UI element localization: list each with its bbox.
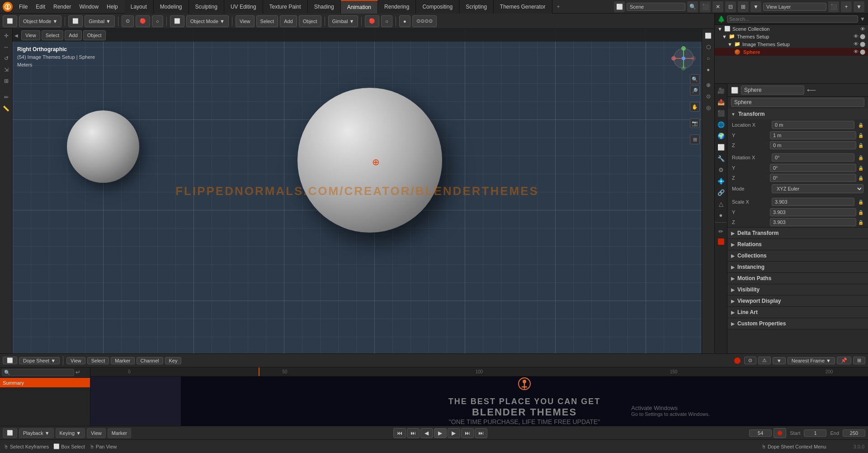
- tab-sculpting[interactable]: Sculpting: [189, 0, 224, 14]
- editor-type-button2[interactable]: ⬜: [170, 15, 184, 27]
- rotation-y-field[interactable]: [770, 164, 856, 172]
- dope-search-btn[interactable]: ↵: [75, 369, 80, 376]
- outliner-search[interactable]: [727, 15, 858, 23]
- view-layer-expand[interactable]: ⬛: [828, 1, 839, 12]
- scale-x-field[interactable]: [772, 198, 854, 206]
- active-tool-icon[interactable]: ✏: [716, 226, 726, 236]
- playback-mode-btn[interactable]: Playback ▼: [19, 428, 54, 438]
- gimbal-button2[interactable]: Gimbal ▼: [328, 15, 359, 27]
- tab-shading[interactable]: Shading: [308, 0, 341, 14]
- scale-z-lock[interactable]: 🔒: [858, 220, 863, 225]
- outliner-sphere[interactable]: Sphere 👁 ⬤: [715, 48, 868, 56]
- start-frame-input[interactable]: [804, 429, 826, 437]
- view-layer-props-icon[interactable]: ⬛: [716, 108, 726, 118]
- rotate-tool[interactable]: ↺: [1, 53, 11, 63]
- scale-x-lock[interactable]: 🔒: [858, 200, 863, 205]
- location-y-lock[interactable]: 🔒: [858, 133, 863, 138]
- tab-scripting[interactable]: Scripting: [459, 0, 494, 14]
- modifier-props-icon[interactable]: 🔧: [716, 153, 726, 163]
- jump-next-key-btn[interactable]: ⏭: [461, 428, 474, 438]
- dope-pin-btn[interactable]: 📌: [837, 357, 851, 364]
- 3d-viewport[interactable]: ◀ View Select Add Object Right Orthograp…: [13, 29, 702, 353]
- playhead[interactable]: [259, 367, 259, 376]
- dope-expand-btn[interactable]: ⊞: [853, 357, 865, 364]
- object-data-props-icon[interactable]: △: [716, 199, 726, 209]
- viewport-display-header[interactable]: ▶ Viewport Display: [727, 296, 868, 306]
- rotation-mode-select[interactable]: XYZ Euler: [772, 184, 863, 193]
- search-icon[interactable]: 🔍: [687, 1, 698, 12]
- rotation-z-field[interactable]: [770, 174, 856, 182]
- mesh-name-input[interactable]: [731, 98, 864, 107]
- world-props-icon[interactable]: 🌍: [716, 131, 726, 141]
- select-menu-btn[interactable]: Select: [42, 30, 64, 40]
- scale-z-field[interactable]: [770, 218, 856, 226]
- scene-props-icon[interactable]: 🌐: [716, 119, 726, 129]
- dope-timeline[interactable]: 0 50 100 150 200 THE BEST PLACE YOU CAN …: [90, 367, 868, 426]
- tab-compositing[interactable]: Compositing: [416, 0, 459, 14]
- constraints-props-icon[interactable]: 🔗: [716, 187, 726, 197]
- dope-search-input[interactable]: [2, 369, 74, 376]
- delta-transform-header[interactable]: ▶ Delta Transform: [727, 228, 868, 238]
- transform-tool[interactable]: ⊞: [1, 76, 11, 86]
- render-icon3[interactable]: ⬤: [860, 41, 865, 47]
- viewport-shading-button[interactable]: ⬜: [68, 15, 83, 27]
- dope-warning-btn[interactable]: ⚠: [758, 357, 771, 364]
- grid-icon[interactable]: ⊞: [690, 134, 700, 144]
- select-button[interactable]: Select: [256, 15, 278, 27]
- layout-icon[interactable]: ⊟: [725, 1, 736, 12]
- view-layer-input[interactable]: [763, 3, 826, 11]
- object-button[interactable]: Object: [299, 15, 321, 27]
- proportional-edit-button[interactable]: ○: [152, 15, 163, 27]
- render-settings-icon[interactable]: ⊞: [738, 1, 749, 12]
- gimbal-button[interactable]: Gimbal ▼: [85, 15, 115, 27]
- rotation-z-lock[interactable]: 🔒: [858, 176, 863, 181]
- filter-icon[interactable]: ▼: [750, 1, 761, 12]
- scale-y-field[interactable]: [770, 208, 856, 216]
- record-button[interactable]: [734, 358, 741, 364]
- step-back-btn[interactable]: ◀: [420, 428, 433, 438]
- visibility-icon[interactable]: 👁: [860, 26, 865, 32]
- sphere-visibility[interactable]: 👁: [854, 49, 859, 55]
- view-button[interactable]: View: [236, 15, 255, 27]
- tab-layout[interactable]: Layout: [124, 0, 154, 14]
- scale-y-lock[interactable]: 🔒: [858, 210, 863, 215]
- location-z-lock[interactable]: 🔒: [858, 143, 863, 148]
- zoom-in-icon[interactable]: 🔍: [690, 74, 700, 84]
- add-menu-btn[interactable]: Add: [65, 30, 82, 40]
- marker-tl-btn[interactable]: Marker: [108, 428, 131, 438]
- tab-texture-paint[interactable]: Texture Paint: [263, 0, 308, 14]
- visibility-icon2[interactable]: 👁: [854, 33, 859, 39]
- scene-selector-icon[interactable]: ⬜: [614, 1, 625, 12]
- viewport-shade-render[interactable]: ●: [703, 65, 713, 75]
- custom-properties-header[interactable]: ▶ Custom Properties: [727, 318, 868, 329]
- viewport-shade-solid[interactable]: ⬜: [703, 31, 713, 41]
- tab-animation[interactable]: Animation: [341, 0, 378, 14]
- location-y-field[interactable]: [770, 131, 856, 139]
- outliner-filter-btn[interactable]: ▼: [860, 16, 865, 22]
- line-art-header[interactable]: ▶ Line Art: [727, 307, 868, 318]
- step-forward-btn[interactable]: ▶: [448, 428, 460, 438]
- dope-mode-btn[interactable]: Dope Sheet ▼: [19, 357, 60, 364]
- motion-paths-header[interactable]: ▶ Motion Paths: [727, 273, 868, 284]
- dope-summary-row[interactable]: Summary: [0, 378, 90, 388]
- overlay-icon[interactable]: ⊙: [703, 91, 713, 101]
- keying-btn[interactable]: Keying ▼: [56, 428, 85, 438]
- menu-file[interactable]: File: [15, 0, 31, 13]
- scene-input[interactable]: [627, 3, 685, 11]
- annotate-tool[interactable]: ✏: [1, 92, 11, 102]
- gizmo-icon[interactable]: ⊕: [703, 80, 713, 90]
- dope-select-btn[interactable]: Select: [87, 357, 109, 364]
- dope-filter-btn[interactable]: ⊙: [744, 357, 756, 364]
- outliner-scene-collection[interactable]: ▼ ⬜ Scene Collection 👁: [715, 25, 868, 33]
- transform-header[interactable]: ▼ Transform: [727, 109, 868, 119]
- visibility-icon3[interactable]: 👁: [854, 41, 859, 47]
- snap-button2[interactable]: 🔴: [365, 15, 379, 27]
- menu-help[interactable]: Help: [103, 0, 122, 13]
- location-x-field[interactable]: [772, 121, 854, 129]
- proportional-button2[interactable]: ○: [381, 15, 392, 27]
- physics-props-icon[interactable]: 💠: [716, 176, 726, 186]
- zoom-out-icon[interactable]: 🔎: [690, 86, 700, 95]
- render-props-icon[interactable]: 🎥: [716, 86, 726, 95]
- menu-edit[interactable]: Edit: [32, 0, 49, 13]
- overlay-button[interactable]: ●: [399, 15, 410, 27]
